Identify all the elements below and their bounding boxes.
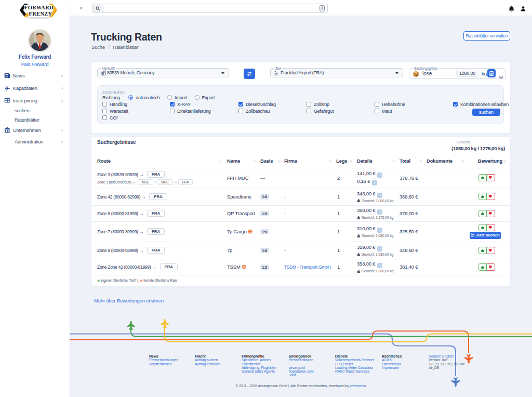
- svg-text:FRENZY: FRENZY: [29, 11, 52, 17]
- svg-text:FORWARD: FORWARD: [24, 5, 54, 10]
